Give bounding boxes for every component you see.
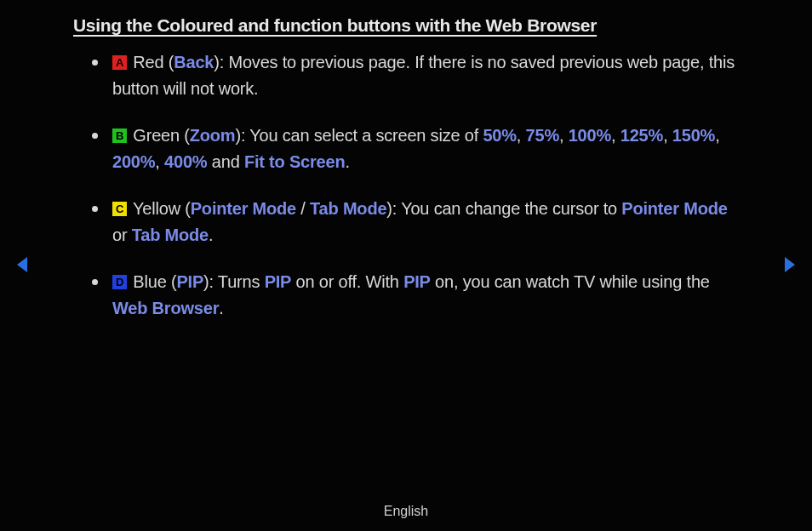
pip-hl3: Web Browser <box>112 299 219 317</box>
page-title: Using the Coloured and function buttons … <box>73 15 744 36</box>
list-item-yellow: C Yellow (Pointer Mode / Tab Mode): You … <box>89 196 744 248</box>
list-item-red: A Red (Back): Moves to previous page. If… <box>89 49 744 102</box>
slash: / <box>296 199 310 218</box>
zoom-200: 200% <box>112 152 155 171</box>
zoom-125: 125% <box>620 126 663 145</box>
color-label: Yellow <box>133 199 180 218</box>
zoom-75: 75% <box>526 126 559 145</box>
period: . <box>345 152 349 171</box>
hl-zoom: Zoom <box>190 126 236 145</box>
hl-pip: PIP <box>176 272 203 291</box>
prev-page-arrow[interactable] <box>15 255 29 274</box>
hl-tab-mode: Tab Mode <box>310 199 386 218</box>
badge-a-icon: A <box>112 55 127 70</box>
mode-tab: Tab Mode <box>132 226 209 244</box>
zoom-and: and <box>207 152 243 171</box>
color-label: Red <box>133 53 163 71</box>
zoom-intro: ): You can select a screen size of <box>235 126 483 145</box>
zoom-50: 50% <box>483 126 516 145</box>
period: . <box>219 299 223 317</box>
pip-a: ): Turns <box>203 272 265 291</box>
button-help-list: A Red (Back): Moves to previous page. If… <box>89 49 744 322</box>
badge-c-icon: C <box>112 202 127 216</box>
color-label: Green <box>133 126 180 145</box>
yellow-intro: ): You can change the cursor to <box>386 199 621 218</box>
period: . <box>209 226 213 244</box>
zoom-100: 100% <box>569 126 611 145</box>
zoom-fit: Fit to Screen <box>244 152 346 171</box>
pip-hl1: PIP <box>265 272 292 291</box>
svg-marker-1 <box>785 257 795 272</box>
or: or <box>112 226 132 244</box>
pip-b: on or off. With <box>291 272 403 291</box>
zoom-400: 400% <box>164 152 207 171</box>
pip-c: on, you can watch TV while using the <box>431 272 710 291</box>
color-label: Blue <box>133 272 166 291</box>
pip-hl2: PIP <box>403 272 431 291</box>
hl-pointer-mode: Pointer Mode <box>191 199 296 218</box>
hl-back: Back <box>174 53 214 71</box>
svg-marker-0 <box>17 257 27 272</box>
language-label: English <box>0 504 812 519</box>
list-item-green: B Green (Zoom): You can select a screen … <box>89 123 744 175</box>
zoom-150: 150% <box>672 126 715 145</box>
badge-d-icon: D <box>112 275 127 289</box>
list-item-blue: D Blue (PIP): Turns PIP on or off. With … <box>89 269 744 322</box>
next-page-arrow[interactable] <box>783 255 797 274</box>
mode-pointer: Pointer Mode <box>621 199 727 218</box>
badge-b-icon: B <box>112 128 127 143</box>
